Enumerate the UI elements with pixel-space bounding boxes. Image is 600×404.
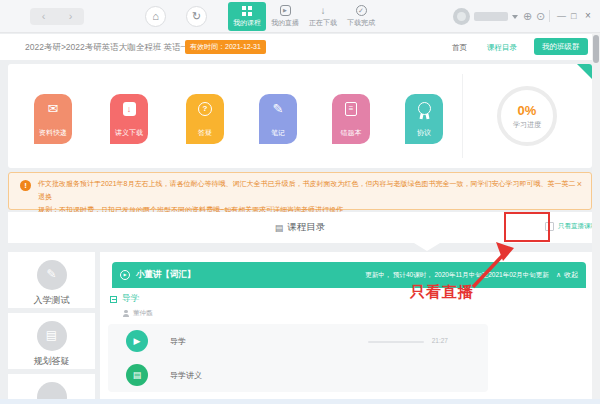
tile-label: 资料快递 [39,128,67,138]
grid-icon [242,6,252,16]
tile-wrong-answer-book[interactable]: ≡ 错题本 [332,94,370,144]
play-circle-icon: ▶ [120,270,130,280]
app-window: ‹ › ⌂ ↻ 我的课程 ▶ 我的直播 ↓ 正在下载 ✓ 下载完成 [0,0,600,404]
list-icon: ▤ [275,223,284,233]
scrollbar-track[interactable] [592,33,600,404]
avatar[interactable] [453,8,470,25]
wrong-book-icon: ≡ [345,102,357,116]
progress-value: 0% [518,103,537,118]
tab-my-live[interactable]: ▶ 我的直播 [266,0,304,33]
study-progress-ring: 0% 学习进度 [497,86,557,146]
chapter-title: 小董讲【词汇】 [136,269,196,281]
tile-label: 讲义下载 [115,128,143,138]
lesson-title: 导学讲义 [170,370,202,381]
check-circle-icon: ✓ [356,5,367,16]
sidebar-item-planning-qa[interactable]: ▤ 规划答疑 [8,313,95,369]
refresh-button[interactable]: ↻ [186,6,207,27]
tab-my-courses[interactable]: 我的课程 [228,2,266,31]
pencil-icon: ✎ [37,260,67,290]
book-icon: ▤ [37,321,67,351]
envelope-icon: ✉ [48,102,59,116]
lesson-title: 导学 [170,336,186,347]
titlebar: ‹ › ⌂ ↻ 我的课程 ▶ 我的直播 ↓ 正在下载 ✓ 下载完成 [0,0,600,33]
home-link[interactable]: 首页 [452,43,467,53]
tab-label: 下载完成 [347,18,375,28]
chevron-down-icon[interactable] [512,15,518,19]
catalog-title-text: 课程目录 [287,221,325,234]
info-icon[interactable]: ⊙ [536,10,545,22]
tile-label: 错题本 [341,128,362,138]
annotation-text: 只看直播 [410,283,474,302]
main-tabs: 我的课程 ▶ 我的直播 ↓ 正在下载 ✓ 下载完成 [228,0,380,33]
progress-track [368,341,424,343]
tab-downloading[interactable]: ↓ 正在下载 [304,0,342,33]
username-redacted [474,12,508,21]
person-icon [122,310,129,318]
quick-actions-panel: ✉ 资料快递 ↓ 讲义下载 ? 答疑 ✎ 笔记 ≡ 错题本 协议 0% 学习进度 [8,64,592,168]
corner-fold-icon [577,64,592,79]
pencil-note-icon: ✎ [273,102,284,116]
breadcrumb: 2022考研>2022考研英语大咖全程班 英语一 [25,42,189,54]
tile-handout-download[interactable]: ↓ 讲义下载 [110,94,148,144]
sidebar-item-partial[interactable] [8,374,95,399]
tile-label: 答疑 [198,128,212,138]
tile-agreement[interactable]: 协议 [405,94,443,144]
divider [549,10,550,22]
settings-icon[interactable]: ⊕ [523,10,532,22]
home-button[interactable]: ⌂ [145,6,166,27]
teacher-name: 董仲蠡 [133,309,153,318]
circle-icon [37,382,67,399]
sidebar-item-label: 规划答疑 [8,355,95,368]
lesson-duration: 21:27 [432,337,448,344]
progress-label: 学习进度 [513,120,541,130]
sidebar-item-entrance-test[interactable]: ✎ 入学测试 [8,252,95,308]
breadcrumb-bar: 2022考研>2022考研英语大咖全程班 英语一 有效时间：2021-12-31… [0,34,600,60]
tile-notes[interactable]: ✎ 笔记 [259,94,297,144]
annotation-rectangle [504,212,550,242]
catalog-link[interactable]: 课程目录 [487,43,517,53]
collapse-button[interactable]: 收起 [564,270,578,280]
minimize-button[interactable]: — [557,10,566,22]
validity-badge: 有效时间：2021-12-31 [185,40,266,54]
notice-banner: ! 作文批改服务预计于2021年8月左右上线，请各位耐心等待哦、词汇大全书已升级… [8,172,592,210]
lesson-row-video[interactable]: ▶ 导学 21:27 [108,324,488,358]
chevron-up-icon[interactable]: ∧ [556,271,561,279]
maximize-button[interactable]: □ [571,10,576,22]
download-book-icon: ↓ [123,102,136,116]
download-icon: ↓ [321,5,326,16]
tab-label: 我的课程 [233,18,261,28]
question-icon: ? [198,102,212,116]
tile-label: 笔记 [271,128,285,138]
close-button[interactable]: × [585,10,591,22]
alert-icon: ! [20,180,31,191]
lesson-row-handout[interactable]: ▤ 导学讲义 [108,358,488,392]
section-header[interactable]: 导学 [110,293,139,305]
tile-material-express[interactable]: ✉ 资料快递 [34,94,72,144]
section-title: 导学 [122,293,139,305]
handout-icon[interactable]: ▤ [126,364,148,386]
close-icon[interactable]: × [577,179,582,189]
back-button[interactable]: ‹ [30,8,57,25]
live-icon: ▶ [280,5,291,16]
divider [462,74,463,158]
play-icon[interactable]: ▶ [126,330,148,352]
scrollbar-thumb[interactable] [593,35,599,63]
collapse-minus-icon [110,296,117,303]
sidebar-item-label: 入学测试 [8,294,95,307]
class-group-button[interactable]: 我的班级群 [534,38,588,55]
tab-download-done[interactable]: ✓ 下载完成 [342,0,380,33]
forward-button[interactable]: › [57,8,84,25]
window-bottom-edge [0,399,600,404]
catalog-notch [414,243,440,251]
notice-line1: 作文批改服务预计于2021年8月左右上线，请各位耐心等待哦、词汇大全书已升级后，… [38,177,576,203]
tile-label: 协议 [417,128,431,138]
chapter-status: 更新中， 预计40课时， 2020年11月中旬至2021年02月中旬更新 [365,271,549,280]
teacher-row: 董仲蠡 [122,309,153,318]
medal-icon [418,102,431,115]
tile-qa[interactable]: ? 答疑 [186,94,224,144]
lesson-list: ▶ 导学 21:27 ▤ 导学讲义 [108,324,488,392]
tab-label: 我的直播 [271,18,299,28]
notice-text: 作文批改服务预计于2021年8月左右上线，请各位耐心等待哦、词汇大全书已升级后，… [38,177,576,216]
tab-label: 正在下载 [309,18,337,28]
history-nav: ‹ › [30,8,84,25]
